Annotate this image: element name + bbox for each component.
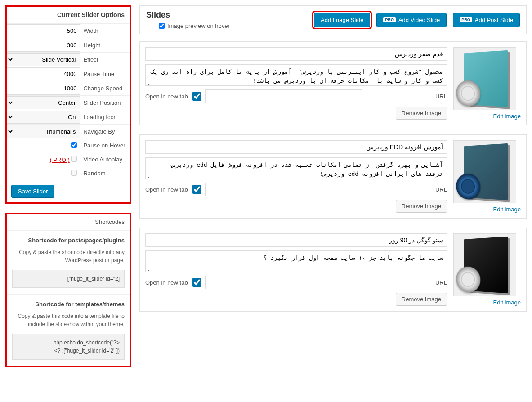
shortcodes-panel: Shortcodes Shortcode for posts/pages/plu… — [5, 213, 131, 367]
shortcode-templates-heading: Shortcode for templates/themes — [12, 301, 125, 308]
slide-title-input[interactable] — [145, 47, 447, 61]
effect-select[interactable]: Slide Vertical — [7, 53, 80, 66]
shortcode-templates-code[interactable]: php echo do_shortcode("?> <? ;["huge_it_… — [12, 334, 125, 360]
edit-image-link[interactable]: Edit image — [493, 113, 521, 120]
random-label: Random — [80, 168, 130, 179]
slide-item: سایت ما چگونه باید جز ۱۰ سایت صفحه اول ق… — [139, 228, 527, 312]
url-label: URL — [366, 93, 447, 100]
slide-desc-textarea[interactable]: آشنایی و بهره گرفتن از تمامی امکانات تعب… — [145, 157, 447, 179]
slide-desc-textarea[interactable]: محصول "شروع کسب و کار اینترنتی با وردپرس… — [145, 64, 447, 86]
slides-header: Slides Image preview on hover Add Image … — [139, 5, 527, 34]
video-autoplay-checkbox — [71, 156, 77, 162]
slider-options-panel: Current Slider Options Width Height Slid… — [5, 5, 131, 204]
change-speed-label: Change Speed — [80, 81, 130, 95]
image-preview-checkbox[interactable] — [159, 23, 165, 29]
pro-badge-icon: PRO — [383, 17, 396, 22]
pause-time-input[interactable] — [7, 67, 80, 80]
pause-on-hover-label: Pause on Hover — [80, 140, 130, 151]
effect-label: Effect — [80, 53, 130, 67]
shortcode-templates-desc: Copy & paste this code into a template f… — [12, 312, 125, 328]
slide-url-input[interactable] — [205, 276, 362, 289]
slide-item: محصول "شروع کسب و کار اینترنتی با وردپرس… — [139, 41, 527, 125]
change-speed-input[interactable] — [7, 82, 80, 95]
slide-title-input[interactable] — [145, 140, 447, 154]
width-label: Width — [80, 24, 130, 38]
pro-badge-icon: PRO — [460, 17, 472, 22]
height-input[interactable] — [7, 39, 80, 52]
slide-url-input[interactable] — [205, 89, 362, 103]
remove-image-button[interactable]: Remove Image — [396, 107, 447, 120]
pro-link-video[interactable]: ( PRO ) — [50, 156, 70, 163]
add-post-slide-button[interactable]: PRO Add Post Slide — [453, 13, 520, 27]
loading-icon-label: Loading Icon — [80, 110, 130, 124]
slide-item: آشنایی و بهره گرفتن از تمامی امکانات تعب… — [139, 134, 527, 219]
save-slider-button[interactable]: Save Slider — [11, 185, 54, 198]
height-label: Height — [80, 38, 130, 52]
navigate-by-select[interactable]: Thumbnails — [7, 125, 80, 138]
width-input[interactable] — [7, 24, 80, 37]
position-label: Slider Position — [80, 96, 130, 110]
video-autoplay-label: Video Autoplay — [80, 154, 130, 165]
newtab-checkbox[interactable] — [192, 278, 201, 287]
newtab-label: Open in new tab — [145, 93, 188, 100]
shortcode-posts-heading: Shortcode for posts/pages/plugins — [12, 237, 125, 244]
options-title: Current Slider Options — [7, 7, 130, 23]
slide-desc-textarea[interactable]: سایت ما چگونه باید جز ۱۰ سایت صفحه اول ق… — [145, 250, 447, 272]
url-label: URL — [366, 186, 447, 193]
random-checkbox — [71, 170, 77, 176]
edit-image-link[interactable]: Edit image — [493, 299, 521, 306]
slide-url-input[interactable] — [205, 183, 362, 196]
slide-title-input[interactable] — [145, 233, 447, 247]
position-select[interactable]: Center — [7, 96, 80, 109]
shortcode-posts-code[interactable]: ["huge_it_slider id="2] — [12, 270, 125, 288]
shortcode-posts-desc: Copy & paste the shortcode directly into… — [12, 248, 125, 264]
pause-time-label: Pause Time — [80, 67, 130, 81]
slides-title: Slides — [146, 10, 230, 20]
edit-image-link[interactable]: Edit image — [493, 206, 521, 213]
loading-icon-select[interactable]: On — [7, 111, 80, 124]
newtab-checkbox[interactable] — [192, 92, 201, 101]
remove-image-button[interactable]: Remove Image — [396, 200, 447, 213]
slide-thumbnail[interactable] — [453, 140, 516, 203]
url-label: URL — [366, 279, 447, 286]
pause-on-hover-checkbox[interactable] — [71, 142, 77, 148]
newtab-checkbox[interactable] — [192, 185, 201, 194]
shortcodes-title: Shortcodes — [7, 214, 130, 230]
newtab-label: Open in new tab — [145, 186, 188, 193]
remove-image-button[interactable]: Remove Image — [396, 293, 447, 306]
navigate-by-label: Navigate By — [80, 125, 130, 138]
image-preview-label: Image preview on hover — [167, 22, 230, 29]
add-video-slide-button[interactable]: PRO Add Video Slide — [376, 13, 447, 27]
slide-thumbnail[interactable] — [453, 47, 516, 110]
add-image-slide-button[interactable]: Add Image Slide — [314, 13, 370, 27]
newtab-label: Open in new tab — [145, 279, 188, 286]
slide-thumbnail[interactable] — [453, 233, 516, 296]
